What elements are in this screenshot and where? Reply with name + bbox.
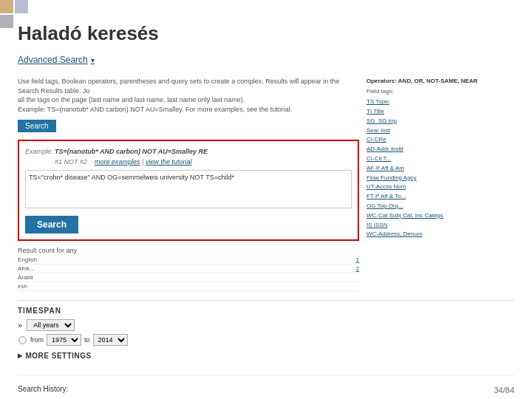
timespan-allyears-row: » All years bbox=[18, 319, 514, 331]
field-tag-af-p[interactable]: AF-P Aff & Am bbox=[366, 164, 514, 174]
timespan-arrow: » bbox=[18, 321, 22, 330]
result-rows: English 1 Afrik... 2 Arabił esh bbox=[18, 256, 359, 291]
field-tag-ad[interactable]: AD-Addr Instit bbox=[366, 145, 514, 154]
results-area: Result count for any English 1 Afrik... … bbox=[18, 247, 359, 291]
search-button-top[interactable]: Search bbox=[18, 120, 56, 132]
chevron-down-icon: ▾ bbox=[91, 56, 95, 64]
field-tags-list: TS Topic TI Title SG_SG top Sear Inst CI… bbox=[366, 98, 514, 239]
page-title: Haladó keresés bbox=[18, 22, 514, 45]
field-tag-is[interactable]: IS ISSN bbox=[366, 221, 514, 231]
more-examples-link[interactable]: more examples bbox=[95, 158, 140, 166]
field-tag-og[interactable]: OG Top Org... bbox=[366, 202, 514, 211]
search-box-container: Example: TS=(nanotub* AND carbon) NOT AU… bbox=[18, 140, 359, 241]
field-tag-ti[interactable]: TI Title bbox=[366, 107, 514, 117]
field-tag-sear[interactable]: Sear Inst bbox=[366, 126, 514, 136]
description-text: Use field tags, Boolean operators, paren… bbox=[18, 77, 359, 114]
field-tag-wc-cat[interactable]: WC-Cat Subj Cat, Inc Categs bbox=[366, 211, 514, 221]
search-input[interactable] bbox=[25, 170, 352, 208]
timespan-select[interactable]: All years bbox=[27, 319, 75, 331]
view-tutorial-link[interactable]: view the tutorial bbox=[146, 158, 192, 166]
field-tag-ft-p[interactable]: FT-P Aff & To... bbox=[366, 192, 514, 202]
timespan-custom-radio[interactable] bbox=[18, 336, 26, 344]
search-button-main[interactable]: Search bbox=[25, 216, 78, 233]
field-tag-ts[interactable]: TS Topic bbox=[366, 98, 514, 107]
year-from-select[interactable]: 1975 bbox=[47, 334, 81, 346]
search-history: Search History: bbox=[18, 375, 514, 395]
expand-icon: ▶ bbox=[18, 352, 23, 359]
result-row-afrik: Afrik... 2 bbox=[18, 265, 359, 273]
search-history-label: Search History: bbox=[18, 385, 68, 393]
field-tag-ci-cit[interactable]: CI-Cit T... bbox=[366, 154, 514, 164]
timespan-to-label: to bbox=[84, 336, 90, 344]
timespan-from-label: from bbox=[30, 336, 44, 344]
result-row-esh: esh bbox=[18, 282, 359, 291]
result-row-arabic: Arabił bbox=[18, 273, 359, 282]
advanced-search-link[interactable]: Advanced Search ▾ bbox=[18, 55, 95, 65]
field-tag-ut[interactable]: UT-Accss Num bbox=[366, 183, 514, 192]
timespan-custom-row: from 1975 to 2014 bbox=[18, 334, 514, 346]
field-tag-sg[interactable]: SG_SG top bbox=[366, 117, 514, 126]
page-number: 34/84 bbox=[494, 386, 514, 395]
field-tag-wc-addr[interactable]: WC-Address, Denum bbox=[366, 230, 514, 239]
field-tags-label: Field tags: bbox=[366, 88, 514, 95]
results-label: Result count for any bbox=[18, 247, 359, 254]
right-panel: Operators: AND, OR, NOT-SAME, NEAR Field… bbox=[366, 77, 514, 291]
timespan-label: TIMESPAN bbox=[18, 307, 514, 315]
result-row-english: English 1 bbox=[18, 256, 359, 265]
field-tag-flow[interactable]: Flow Funding Agcy bbox=[366, 174, 514, 183]
field-tag-ci-cre[interactable]: CI-CRe bbox=[366, 135, 514, 145]
operators-title: Operators: AND, OR, NOT-SAME, NEAR bbox=[366, 77, 514, 85]
year-to-select[interactable]: 2014 bbox=[93, 334, 128, 346]
timespan-section: TIMESPAN » All years from 1975 to 2014 bbox=[18, 300, 514, 346]
more-settings-label: MORE SETTINGS bbox=[26, 352, 92, 360]
example-text: Example: TS=(nanotub* AND carbon) NOT AU… bbox=[25, 147, 352, 167]
more-settings[interactable]: ▶ MORE SETTINGS bbox=[18, 352, 514, 360]
